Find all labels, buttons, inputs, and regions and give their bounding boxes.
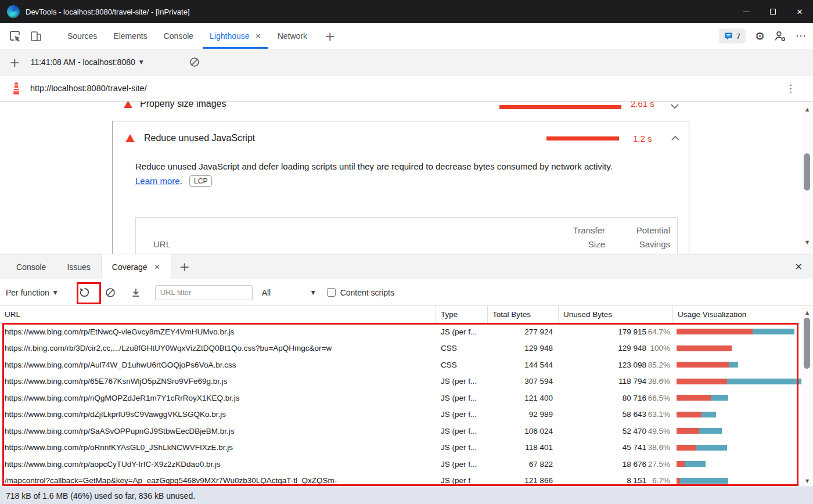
- used-segment: [696, 445, 727, 451]
- drawer-tab-issues[interactable]: Issues: [56, 254, 100, 279]
- learn-more-link[interactable]: Learn more: [135, 176, 180, 186]
- coverage-status-bar: 718 kB of 1.6 MB (46%) used so far, 836 …: [0, 487, 813, 504]
- drawer-tab-console[interactable]: Console: [6, 254, 56, 279]
- table-row[interactable]: https://r.bing.com/rb/3D/cir2,cc,.../Lzu…: [0, 340, 813, 357]
- tab-label: Network: [278, 31, 307, 41]
- inspect-element-button[interactable]: [5, 26, 26, 46]
- coverage-scrollbar[interactable]: ▲ ▼: [801, 306, 813, 487]
- audit-row-properly-size-images[interactable]: Properly size images 2.61 s: [0, 102, 813, 117]
- row-type: JS (per f...: [436, 377, 488, 386]
- tab-label: Console: [164, 31, 193, 41]
- export-coverage-button[interactable]: [127, 284, 145, 301]
- report-scrollbar[interactable]: ▲ ▼: [801, 102, 813, 254]
- drawer-tab-coverage[interactable]: Coverage ✕: [101, 254, 171, 279]
- clear-reports-button[interactable]: [184, 52, 205, 73]
- audit-header[interactable]: Reduce unused JavaScript 1.2 s: [113, 121, 689, 143]
- issues-counter-button[interactable]: 7: [719, 28, 746, 44]
- tab-elements[interactable]: Elements: [105, 23, 155, 49]
- chevron-down-icon: [671, 104, 679, 109]
- audit-description-links: Learn more. LCP: [135, 174, 675, 189]
- savings-value: 2.61 s: [631, 102, 654, 109]
- column-header-url[interactable]: URL: [0, 306, 436, 323]
- scrollbar-thumb[interactable]: [804, 153, 810, 190]
- table-row[interactable]: https://www.bing.com/rp/65E767KsnWljO5pZ…: [0, 373, 813, 390]
- row-unused-bytes: 123 09885.2%: [559, 361, 673, 369]
- minimize-icon: [743, 12, 750, 12]
- column-header-total-bytes[interactable]: Total Bytes: [488, 306, 559, 323]
- close-tab-icon[interactable]: ✕: [154, 263, 160, 271]
- add-panel-button[interactable]: +: [325, 29, 335, 44]
- row-unused-bytes: 58 64363.1%: [559, 410, 673, 419]
- column-line: Potential: [636, 225, 670, 235]
- new-report-button[interactable]: +: [9, 55, 20, 70]
- tab-lighthouse[interactable]: Lighthouse ✕: [202, 23, 269, 49]
- clear-coverage-button[interactable]: [102, 284, 119, 301]
- tab-console[interactable]: Console: [156, 23, 202, 49]
- chevron-down-icon: ▼: [311, 290, 315, 296]
- table-row[interactable]: https://www.bing.com/rp/dZjILkprlU9sC9Va…: [0, 406, 813, 423]
- table-row[interactable]: https://www.bing.com/rp/SaASvOPPupnGJ9St…: [0, 423, 813, 440]
- column-header-usage-visualization[interactable]: Usage Visualization: [673, 306, 813, 323]
- content-scripts-checkbox[interactable]: [327, 288, 336, 297]
- report-kebab-menu[interactable]: ⋮: [786, 82, 796, 94]
- row-unused-bytes: 179 91564.7%: [559, 327, 673, 336]
- audited-url: http://localhost:8080/travel-site/: [30, 84, 147, 93]
- column-header-type[interactable]: Type: [436, 306, 488, 323]
- unused-segment: [677, 412, 702, 417]
- table-row[interactable]: https://www.bing.com/rp/oRnnfKYAsGL0_JSh…: [0, 440, 813, 456]
- row-url: https://www.bing.com/rp/aopcCyTUdY-IrIC-…: [0, 460, 436, 469]
- close-tab-icon[interactable]: ✕: [256, 32, 261, 40]
- type-filter-dropdown[interactable]: All ▼: [262, 288, 315, 297]
- table-row[interactable]: https://www.bing.com/rp/Aul74W_D1uhwU6rt…: [0, 357, 813, 373]
- device-toolbar-button[interactable]: [26, 26, 46, 46]
- row-usage-bar: [673, 329, 813, 334]
- usage-bar: [677, 329, 794, 334]
- tab-network[interactable]: Network: [269, 23, 315, 49]
- url-filter-input[interactable]: [155, 285, 253, 300]
- row-url: https://r.bing.com/rb/3D/cir2,cc,.../Lzu…: [0, 344, 436, 352]
- issues-count: 7: [736, 32, 740, 41]
- settings-gear-button[interactable]: ⚙: [755, 31, 765, 42]
- scroll-down-icon[interactable]: ▼: [801, 477, 813, 485]
- coverage-mode-dropdown[interactable]: Per function ▼: [6, 288, 57, 297]
- content-scripts-label: Content scripts: [340, 288, 394, 297]
- row-total-bytes: 129 948: [488, 344, 559, 352]
- row-total-bytes: 144 544: [488, 361, 559, 369]
- minimize-button[interactable]: [733, 0, 760, 23]
- scroll-down-icon[interactable]: ▼: [801, 238, 813, 246]
- audit-card-reduce-unused-javascript: Reduce unused JavaScript 1.2 s Reduce un…: [112, 121, 689, 254]
- unused-segment: [677, 395, 711, 401]
- tab-label: Elements: [113, 31, 147, 41]
- scroll-up-icon[interactable]: ▲: [801, 105, 813, 113]
- row-total-bytes: 106 024: [488, 427, 559, 435]
- scroll-up-icon[interactable]: ▲: [801, 308, 813, 316]
- download-icon: [131, 287, 141, 298]
- table-row[interactable]: https://www.bing.com/rp/aopcCyTUdY-IrIC-…: [0, 456, 813, 473]
- tab-sources[interactable]: Sources: [59, 23, 105, 49]
- panel-tabs: Sources Elements Console Lighthouse ✕ Ne…: [59, 23, 315, 49]
- row-total-bytes: 277 924: [488, 327, 559, 336]
- add-drawer-tab-button[interactable]: +: [179, 260, 190, 274]
- period: .: [180, 176, 182, 186]
- scrollbar-thumb[interactable]: [804, 318, 810, 369]
- warning-triangle-icon: [124, 102, 132, 108]
- table-row[interactable]: /mapcontrol?callback=GetMap&key=Ap_eazGq…: [0, 473, 813, 487]
- warning-triangle-icon: [125, 134, 135, 142]
- collapse-audit-button[interactable]: [671, 136, 679, 141]
- audit-details-table: URL Transfer Size Potential Savings: [135, 217, 678, 254]
- more-options-button[interactable]: ⋯: [796, 31, 806, 41]
- reload-coverage-button[interactable]: [76, 284, 93, 301]
- row-total-bytes: 121 866: [488, 476, 559, 485]
- row-type: CSS: [436, 344, 488, 352]
- table-row[interactable]: https://www.bing.com/rp/EtNwcQ-vieGvcy8m…: [0, 323, 813, 340]
- close-button[interactable]: ✕: [786, 0, 813, 23]
- column-line: Size: [588, 239, 605, 249]
- close-drawer-button[interactable]: ✕: [795, 261, 803, 272]
- customize-devtools-button[interactable]: [774, 30, 786, 42]
- maximize-button[interactable]: [760, 0, 786, 23]
- column-url: URL: [153, 237, 540, 251]
- report-selector-dropdown[interactable]: 11:41:08 AM - localhost:8080 ▼: [30, 57, 143, 67]
- table-row[interactable]: https://www.bing.com/rp/nQgMOPZdJeR1m7Y1…: [0, 390, 813, 406]
- column-potential-savings: Potential Savings: [605, 224, 670, 251]
- column-header-unused-bytes[interactable]: Unused Bytes: [559, 306, 673, 323]
